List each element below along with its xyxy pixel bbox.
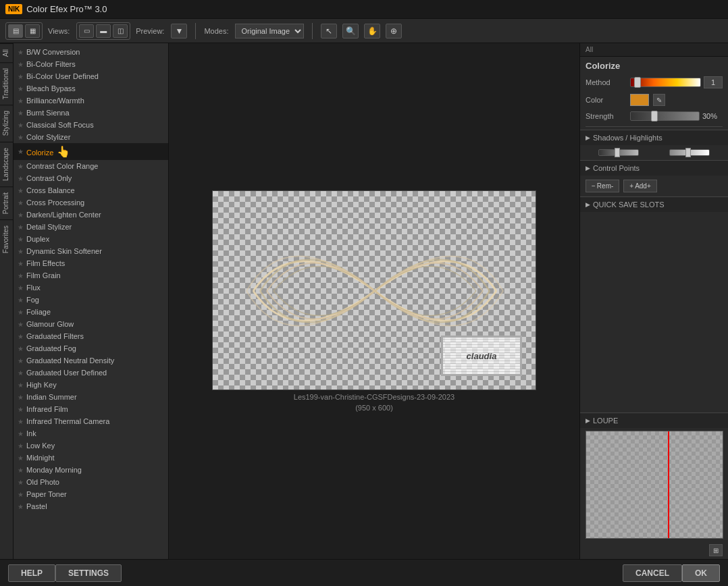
filter-star-icon[interactable]: ★ [18,369,24,377]
loupe-expand-btn[interactable]: ⊞ [709,544,723,556]
filter-item[interactable]: ★Bi-Color Filters [14,58,168,70]
tab-stylizing[interactable]: Stylizing [0,105,13,141]
filter-item[interactable]: ★Duplex [14,233,168,245]
filter-star-icon[interactable]: ★ [18,321,24,328]
filter-star-icon[interactable]: ★ [18,284,24,292]
filter-star-icon[interactable]: ★ [18,134,24,141]
filter-star-icon[interactable]: ★ [18,61,24,68]
control-points-header[interactable]: ▶ Control Points [580,161,728,176]
preview-view-3[interactable]: ◫ [113,24,128,38]
method-slider[interactable] [630,78,701,87]
filter-item[interactable]: ★Low Key [14,440,168,452]
filter-item[interactable]: ★Graduated Fog [14,342,168,354]
filter-star-icon[interactable]: ★ [18,73,24,80]
filter-item[interactable]: ★Contrast Color Range [14,160,168,172]
filter-item[interactable]: ★Foliage [14,306,168,318]
method-value[interactable]: 1 [704,76,723,88]
filter-item[interactable]: ★Flux [14,282,168,294]
filter-star-icon[interactable]: ★ [18,309,24,316]
filter-item[interactable]: ★Paper Toner [14,488,168,500]
filter-star-icon[interactable]: ★ [18,357,24,365]
filter-item[interactable]: ★Colorize 👆 [14,143,168,160]
filter-star-icon[interactable]: ★ [18,175,24,182]
filter-star-icon[interactable]: ★ [18,406,24,413]
filter-item[interactable]: ★Indian Summer [14,391,168,403]
filter-item[interactable]: ★Classical Soft Focus [14,119,168,131]
preview-view-2[interactable]: ▬ [96,24,111,38]
filter-star-icon[interactable]: ★ [18,333,24,340]
filter-star-icon[interactable]: ★ [18,394,24,401]
filter-star-icon[interactable]: ★ [18,109,24,117]
filter-item[interactable]: ★Ink [14,427,168,440]
filter-item[interactable]: ★High Key [14,379,168,391]
filter-star-icon[interactable]: ★ [18,122,24,129]
filter-item[interactable]: ★Detail Stylizer [14,221,168,233]
filter-star-icon[interactable]: ★ [18,187,24,194]
view-btn-2[interactable]: ▦ [25,24,40,38]
filter-item[interactable]: ★B/W Conversion [14,46,168,58]
filter-star-icon[interactable]: ★ [18,199,24,207]
zoom-tool[interactable]: 🔍 [342,24,359,38]
filter-star-icon[interactable]: ★ [18,148,24,155]
tab-all[interactable]: All [0,43,13,62]
pan-tool[interactable]: ✋ [364,24,380,38]
filter-star-icon[interactable]: ★ [18,479,24,486]
ok-button[interactable]: OK [682,564,720,582]
filter-item[interactable]: ★Midnight [14,452,168,464]
view-btn-1[interactable]: ▤ [8,24,23,38]
filter-star-icon[interactable]: ★ [18,248,24,255]
shadows-track[interactable] [598,149,639,156]
filter-item[interactable]: ★Film Grain [14,269,168,282]
filter-item[interactable]: ★Graduated Filters [14,330,168,342]
filter-item[interactable]: ★Fog [14,294,168,306]
filter-item[interactable]: ★Old Photo [14,476,168,488]
filter-item[interactable]: ★Infrared Thermal Camera [14,415,168,427]
filter-item[interactable]: ★Glamour Glow [14,318,168,330]
filter-star-icon[interactable]: ★ [18,223,24,231]
filter-star-icon[interactable]: ★ [18,211,24,219]
filter-star-icon[interactable]: ★ [18,454,24,462]
filter-star-icon[interactable]: ★ [18,296,24,304]
filter-item[interactable]: ★Graduated Neutral Density [14,354,168,367]
filter-item[interactable]: ★Brilliance/Warmth [14,95,168,107]
filter-item[interactable]: ★Burnt Sienna [14,107,168,119]
filter-item[interactable]: ★Infrared Film [14,403,168,415]
preview-view-1[interactable]: ▭ [79,24,94,38]
filter-item[interactable]: ★Graduated User Defined [14,367,168,379]
filter-star-icon[interactable]: ★ [18,503,24,510]
filter-star-icon[interactable]: ★ [18,442,24,450]
filter-star-icon[interactable]: ★ [18,381,24,389]
quick-save-header[interactable]: ▶ QUICK SAVE SLOTS [580,197,728,212]
help-button[interactable]: HELP [8,564,55,582]
highlights-track[interactable] [669,149,710,156]
filter-star-icon[interactable]: ★ [18,236,24,243]
filter-item[interactable]: ★Monday Morning [14,464,168,476]
filter-item[interactable]: ★Pastel [14,500,168,512]
cp-add-btn[interactable]: + Add+ [623,180,656,192]
filter-item[interactable]: ★Cross Balance [14,184,168,196]
filter-star-icon[interactable]: ★ [18,272,24,279]
cancel-button[interactable]: CANCEL [623,564,682,582]
filter-star-icon[interactable]: ★ [18,97,24,105]
preview-icon-btn[interactable]: ▼ [171,24,187,38]
filter-star-icon[interactable]: ★ [18,345,24,352]
modes-select[interactable]: Original Image [235,24,304,38]
filter-item[interactable]: ★Film Effects [14,257,168,269]
filter-star-icon[interactable]: ★ [18,49,24,56]
tab-portrait[interactable]: Portrait [0,186,13,219]
filter-item[interactable]: ★Bleach Bypass [14,82,168,95]
shadows-highlights-header[interactable]: ▶ Shadows / Highlights [580,130,728,145]
filter-item[interactable]: ★Contrast Only [14,172,168,184]
settings-button[interactable]: SETTINGS [55,564,122,582]
filter-star-icon[interactable]: ★ [18,260,24,267]
tab-traditional[interactable]: Traditional [0,62,13,105]
filter-star-icon[interactable]: ★ [18,163,24,170]
color-swatch[interactable] [630,94,649,106]
filter-item[interactable]: ★Darken/Lighten Center [14,209,168,221]
filter-star-icon[interactable]: ★ [18,85,24,92]
filter-item[interactable]: ★Dynamic Skin Softener [14,245,168,257]
filter-star-icon[interactable]: ★ [18,430,24,437]
filter-star-icon[interactable]: ★ [18,491,24,498]
filter-item[interactable]: ★Bi-Color User Defined [14,70,168,82]
strength-slider[interactable] [630,111,700,121]
